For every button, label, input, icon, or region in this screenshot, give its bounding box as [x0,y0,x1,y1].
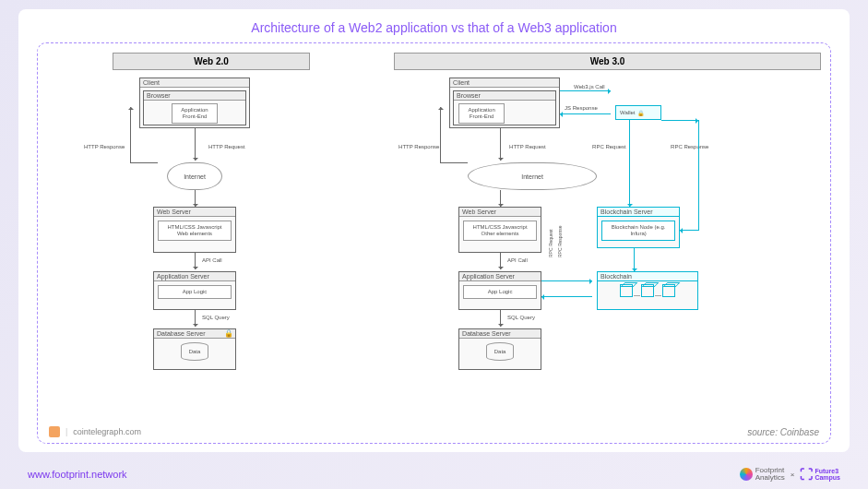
web2-frontend-box: Application Front-End [172,103,218,124]
arrow-icon [698,120,699,231]
web2-apicall-label: API Call [202,257,222,263]
future3-logo: ⛶ Future3 Campus [800,467,840,482]
cube-icon [641,284,654,297]
arrow-icon [195,310,196,327]
web3-blockchain-box: Blockchain —— [597,271,698,310]
web3-apicall-label: API Call [507,257,528,263]
web2-data-cylinder: Data [181,342,208,361]
web3-rpcresp-label: RPC Response [671,144,708,149]
cube-icon [662,284,675,297]
cube-icon [620,284,633,297]
web2-dbserver-label: Database Server [154,329,235,339]
arrow-icon [661,120,698,121]
web3-rpcresp2-label: RPC Response [557,226,563,257]
web2-dbserver-box: Database Server 🔒 Data [153,328,236,370]
web2-browser-box: Browser Application Front-End [143,90,246,125]
main-card: Architecture of a Web2 application vs th… [18,9,850,452]
arrow-icon [500,128,501,161]
web2-sqlquery-label: SQL Query [202,315,230,320]
web3-appserver-label: Application Server [459,272,541,281]
arrow-icon [541,280,592,281]
web2-appserver-box: Application Server App Logic [153,271,236,310]
attribution-text: cointelegraph.com [73,427,141,436]
web3-rpcreq2-label: RPC Request [548,229,553,257]
future3-icon: ⛶ [800,467,813,482]
web2-appserver-label: Application Server [154,272,235,281]
web3-sqlquery-label: SQL Query [507,315,535,320]
web3-header: Web 3.0 [394,53,821,70]
arrow-icon [440,162,468,163]
footer-url[interactable]: www.footprint.network [28,469,127,480]
web2-webserver-label: Web Server [154,208,235,217]
diagram-title: Architecture of a Web2 application vs th… [37,20,831,35]
web2-client-label: Client [140,78,249,88]
arrow-icon [500,310,501,327]
footprint-icon [740,468,753,481]
web3-blockchainserver-box: Blockchain Server Blockchain Node (e.g. … [597,207,680,248]
arrow-icon [195,253,196,269]
footer: www.footprint.network Footprint Analytic… [28,467,840,482]
arrow-icon [680,230,698,231]
web2-webserver-content: HTML/CSS Javascript Web elements [158,221,232,241]
web3-internet-cloud: Internet [468,162,597,190]
web3-wallet-box: Wallet 🔒 [615,105,661,120]
web3-webserver-content: HTML/CSS Javascript Other elements [463,221,537,241]
web3-webserver-label: Web Server [459,208,541,217]
web3-data-cylinder: Data [486,342,514,361]
diagram-container: Web 2.0 Client Browser Application Front… [37,42,831,444]
web3-dbserver-label: Database Server [459,329,541,339]
source: source: Coinbase [747,427,819,437]
arrow-icon [541,296,592,297]
arrow-icon [629,120,630,207]
arrow-icon [634,248,635,271]
web3-client-label: Client [450,78,559,88]
web3-dbserver-box: Database Server Data [458,328,541,370]
web3-webserver-box: Web Server HTML/CSS Javascript Other ele… [458,207,541,253]
arrow-icon [500,190,501,207]
arrow-icon [560,90,611,91]
web3-frontend-box: Application Front-End [458,103,505,124]
arrow-icon [130,107,131,162]
web3-blockchain-label: Blockchain [598,272,697,281]
arrow-icon [195,190,196,207]
web3-client-box: Client Browser Application Front-End [449,78,560,128]
arrow-icon [440,107,441,162]
web2-http-request-label: HTTP Request [208,144,245,149]
arrow-icon [195,128,196,161]
web3-blockchainserver-label: Blockchain Server [598,208,679,217]
blockchain-cubes: —— [598,281,697,298]
web3-web3js-label: Web3.js Call [574,84,605,89]
arrow-icon [560,113,611,114]
cointelegraph-icon [49,426,60,437]
arrow-icon [500,253,501,269]
web3-blockchainnode-box: Blockchain Node (e.g. Infura) [601,221,675,241]
web2-webserver-box: Web Server HTML/CSS Javascript Web eleme… [153,207,236,253]
web3-appserver-box: Application Server App Logic [458,271,541,310]
web2-column: Web 2.0 Client Browser Application Front… [47,53,375,434]
web3-applogic-box: App Logic [463,285,537,299]
lock-icon: 🔒 [637,110,644,116]
web3-httpresp-label: HTTP Response [398,144,439,149]
web2-http-response-label: HTTP Response [84,144,125,149]
web3-browser-label: Browser [454,91,555,101]
web3-column: Web 3.0 Client Browser Application Front… [394,53,821,434]
lock-icon: 🔒 [224,329,233,338]
web2-header: Web 2.0 [113,53,310,70]
web3-jsresp-label: JS Response [565,105,598,111]
arrow-icon [130,162,158,163]
web2-client-box: Client Browser Application Front-End [139,78,250,128]
footer-logos: Footprint Analytics × ⛶ Future3 Campus [740,467,840,482]
web2-applogic-box: App Logic [158,285,232,299]
footprint-logo: Footprint Analytics [740,467,785,482]
web2-browser-label: Browser [144,91,245,101]
web3-browser-box: Browser Application Front-End [453,90,556,125]
web3-rpcreq-label: RPC Request [592,144,626,149]
web3-httpreq-label: HTTP Request [509,144,546,149]
attribution: | cointelegraph.com [49,426,141,437]
web2-internet-cloud: Internet [167,162,222,190]
